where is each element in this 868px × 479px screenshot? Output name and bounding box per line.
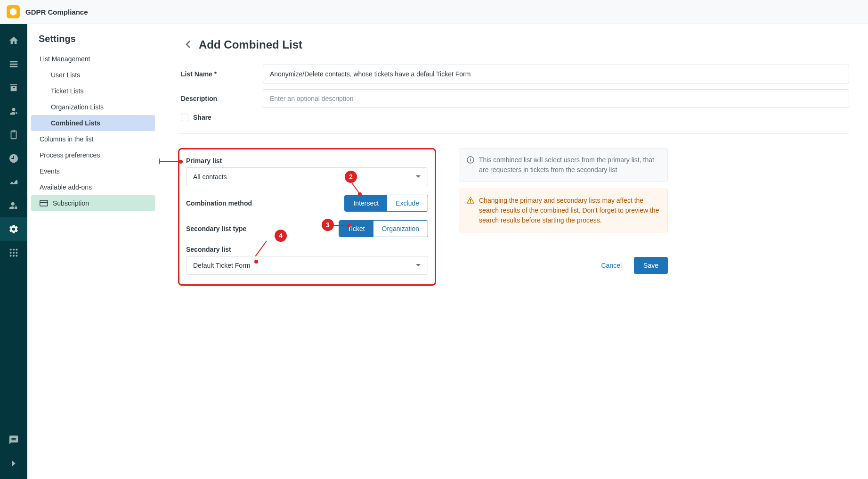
primary-list-label: Primary list: [186, 157, 428, 165]
sidebar-item-user-lists[interactable]: User Lists: [31, 67, 155, 83]
svg-rect-14: [470, 199, 471, 201]
sidebar-title: Settings: [39, 33, 155, 44]
secondary-list-label: Secondary list: [186, 246, 428, 253]
back-button[interactable]: [186, 41, 190, 50]
divider: [178, 133, 849, 134]
ticket-button[interactable]: Ticket: [339, 221, 373, 237]
nav-rail-clock[interactable]: [0, 147, 27, 170]
annotation-marker-1: 1: [159, 155, 160, 167]
share-checkbox[interactable]: [181, 114, 188, 121]
annotation-dot-3: [347, 223, 351, 227]
config-panel: Primary list All contacts 2 Combination …: [178, 148, 436, 286]
info-neutral-box: This combined list will select users fro…: [459, 148, 668, 182]
sidebar-item-list-management[interactable]: List Management: [31, 51, 155, 67]
nav-rail-settings[interactable]: [0, 217, 27, 241]
save-button[interactable]: Save: [634, 257, 668, 274]
list-name-label: List Name *: [178, 70, 263, 78]
annotation-marker-4: 4: [275, 230, 287, 242]
list-name-input[interactable]: [263, 65, 849, 83]
annotation-line-2: [351, 182, 359, 193]
chevron-down-icon: [415, 174, 421, 180]
warning-icon: [467, 197, 474, 204]
description-input[interactable]: [263, 89, 849, 108]
share-label: Share: [193, 114, 211, 121]
svg-point-8: [16, 255, 17, 256]
nav-rail-lock-user[interactable]: [0, 194, 27, 217]
page-title: Add Combined List: [199, 38, 302, 51]
svg-point-6: [10, 255, 12, 256]
main-content: Add Combined List List Name * Descriptio…: [159, 24, 868, 479]
sidebar-item-events[interactable]: Events: [31, 163, 155, 179]
sidebar-item-process-prefs[interactable]: Process preferences: [31, 147, 155, 163]
svg-point-1: [13, 249, 15, 251]
annotation-line-1: [160, 161, 179, 162]
svg-point-4: [13, 252, 15, 254]
sidebar-item-available-addons[interactable]: Available add-ons: [31, 179, 155, 195]
info-warning-text: Changing the primary and secondary lists…: [479, 196, 660, 225]
annotation-dot-4: [254, 260, 258, 264]
svg-point-15: [470, 202, 471, 203]
secondary-list-dropdown[interactable]: Default Ticket Form: [186, 256, 428, 275]
chevron-down-icon: [415, 263, 421, 268]
svg-point-5: [16, 252, 17, 254]
sidebar-item-ticket-lists[interactable]: Ticket Lists: [31, 83, 155, 99]
svg-rect-10: [40, 202, 48, 203]
sidebar-item-label: Subscription: [53, 199, 89, 207]
svg-rect-12: [470, 159, 471, 162]
app-title: GDPR Compliance: [25, 8, 88, 16]
nav-rail-chart[interactable]: [0, 170, 27, 194]
secondary-type-label: Secondary list type: [186, 225, 246, 232]
info-neutral-text: This combined list will select users fro…: [479, 155, 660, 175]
combination-method-label: Combination method: [186, 199, 252, 207]
organization-button[interactable]: Organization: [373, 221, 428, 237]
top-header: GDPR Compliance: [0, 0, 868, 24]
secondary-list-value: Default Ticket Form: [193, 262, 250, 269]
nav-rail-users[interactable]: [0, 99, 27, 123]
info-icon: [467, 156, 474, 164]
svg-point-2: [16, 249, 17, 251]
info-warning-box: Changing the primary and secondary lists…: [459, 189, 668, 232]
info-column: This combined list will select users fro…: [459, 148, 668, 274]
nav-rail-clipboard[interactable]: [0, 123, 27, 147]
nav-rail-archive[interactable]: [0, 76, 27, 99]
app-icon: [7, 5, 20, 18]
nav-rail-home[interactable]: [0, 29, 27, 52]
annotation-line-3: [334, 225, 348, 226]
primary-list-value: All contacts: [193, 173, 227, 181]
secondary-type-toggle: Ticket Organization: [339, 220, 428, 237]
svg-point-13: [470, 158, 471, 159]
nav-rail-apps[interactable]: [0, 241, 27, 264]
svg-point-3: [10, 252, 12, 254]
nav-rail-chat[interactable]: [0, 428, 27, 452]
sidebar-item-subscription[interactable]: Subscription: [31, 195, 155, 211]
svg-point-0: [10, 249, 12, 251]
sidebar-item-combined-lists[interactable]: Combined Lists: [31, 115, 155, 131]
settings-sidebar: Settings List Management User Lists Tick…: [27, 24, 159, 479]
nav-rail-collapse[interactable]: [0, 452, 27, 475]
intersect-button[interactable]: Intersect: [345, 195, 387, 211]
nav-rail-lists[interactable]: [0, 52, 27, 76]
sidebar-item-columns[interactable]: Columns in the list: [31, 131, 155, 147]
description-label: Description: [178, 95, 263, 102]
primary-list-dropdown[interactable]: All contacts 2: [186, 167, 428, 186]
annotation-dot-2: [358, 192, 362, 196]
exclude-button[interactable]: Exclude: [387, 195, 428, 211]
card-icon: [40, 200, 48, 206]
annotation-dot-1: [179, 160, 183, 164]
sidebar-item-organization-lists[interactable]: Organization Lists: [31, 99, 155, 115]
svg-rect-9: [40, 200, 48, 206]
nav-rail: [0, 24, 27, 479]
svg-point-7: [13, 255, 15, 256]
annotation-marker-2: 2: [345, 171, 357, 183]
annotation-marker-3: 3: [322, 219, 334, 231]
combination-method-toggle: Intersect Exclude: [344, 195, 428, 212]
cancel-button[interactable]: Cancel: [592, 257, 630, 274]
